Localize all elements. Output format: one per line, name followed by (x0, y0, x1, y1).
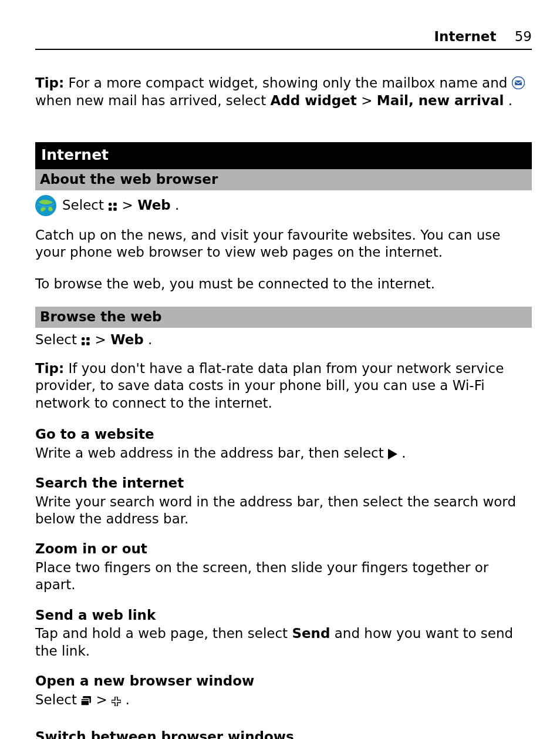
tip-period: . (508, 93, 512, 108)
browse-period: . (148, 332, 152, 347)
search-title: Search the internet (35, 475, 532, 492)
browse-tip-label: Tip: (35, 361, 64, 376)
apps-icon (108, 202, 117, 211)
about-select-word: Select (62, 197, 108, 213)
switch-title: Switch between browser windows (35, 728, 532, 739)
tip-text-1: For a more compact widget, showing only … (69, 75, 512, 90)
section-title: Internet (41, 146, 109, 163)
about-p2: To browse the web, you must be connected… (35, 276, 532, 293)
browse-title: Browse the web (40, 309, 162, 324)
about-web-label: Web (137, 197, 171, 213)
tip-label: Tip: (35, 75, 64, 90)
about-select-line: Select > Web . (35, 195, 532, 216)
page-header: Internet 59 (35, 28, 532, 50)
search-body: Write your search word in the address ba… (35, 493, 532, 528)
browse-select-line: Select > Web . (35, 331, 532, 348)
zoom-title: Zoom in or out (35, 540, 532, 557)
header-section: Internet (434, 29, 497, 44)
tip-bold-2: Mail, new arrival (377, 93, 504, 108)
browse-tip: Tip: If you don't have a flat-rate data … (35, 360, 532, 412)
document-page: Internet 59 Tip: For a more compact widg… (0, 0, 560, 739)
goto-period: . (402, 445, 406, 461)
about-gt: > (122, 197, 138, 213)
sendlink-title: Send a web link (35, 607, 532, 624)
tip-text-2: when new mail has arrived, select (35, 93, 270, 108)
zoom-body: Place two fingers on the screen, then sl… (35, 559, 532, 594)
goto-title: Go to a website (35, 426, 532, 443)
browse-gt: > (95, 332, 111, 347)
windows-icon (81, 696, 92, 706)
about-select-text: Select > Web . (62, 197, 179, 214)
tip-gt: > (361, 93, 377, 108)
sendlink-send-label: Send (292, 626, 330, 641)
section-title-bar: Internet (35, 142, 532, 169)
globe-icon (35, 195, 56, 216)
newwin-select-word: Select (35, 692, 81, 707)
browse-title-bar: Browse the web (35, 307, 532, 327)
sendlink-before: Tap and hold a web page, then select (35, 626, 292, 641)
newwin-body: Select > . (35, 691, 532, 708)
browse-web-label: Web (110, 332, 144, 347)
apps-icon (81, 337, 90, 346)
newwin-title: Open a new browser window (35, 673, 532, 690)
plus-icon (112, 697, 121, 706)
about-p1: Catch up on the news, and visit your fav… (35, 227, 532, 261)
goto-body-before: Write a web address in the address bar, … (35, 445, 388, 461)
browse-tip-body: If you don't have a flat-rate data plan … (35, 361, 504, 411)
newwin-period: . (125, 692, 129, 707)
mail-icon (512, 76, 525, 89)
browse-select-word: Select (35, 332, 81, 347)
goto-body: Write a web address in the address bar, … (35, 445, 532, 462)
play-icon (388, 449, 397, 459)
tip-paragraph: Tip: For a more compact widget, showing … (35, 75, 532, 109)
sendlink-body: Tap and hold a web page, then select Sen… (35, 625, 532, 660)
about-title-bar: About the web browser (35, 169, 532, 190)
tip-bold-1: Add widget (270, 93, 356, 108)
about-title: About the web browser (40, 172, 218, 187)
about-period: . (175, 197, 179, 213)
page-number: 59 (515, 29, 532, 44)
newwin-gt: > (96, 692, 112, 707)
